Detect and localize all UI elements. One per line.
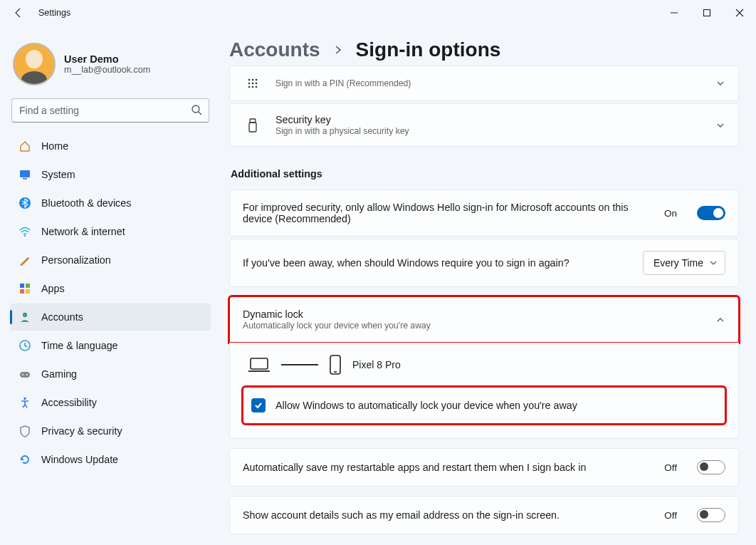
- svg-point-23: [256, 83, 258, 85]
- svg-point-16: [26, 374, 28, 375]
- profile-email: m__lab@outlook.com: [64, 65, 150, 75]
- nav-gaming[interactable]: Gaming: [10, 360, 211, 388]
- nav-apps[interactable]: Apps: [10, 275, 211, 302]
- dynamic-lock-checkbox[interactable]: [251, 398, 266, 412]
- away-require-row: If you've been away, when should Windows…: [229, 239, 739, 287]
- svg-point-25: [252, 86, 254, 88]
- panel-subtitle: Sign in with a physical security key: [275, 126, 703, 136]
- svg-point-15: [22, 374, 23, 375]
- svg-rect-4: [20, 170, 30, 177]
- nav-system[interactable]: System: [10, 161, 211, 188]
- panel-title: Security key: [275, 114, 703, 125]
- nav-update[interactable]: Windows Update: [10, 446, 211, 473]
- svg-point-12: [23, 313, 27, 317]
- svg-point-26: [256, 86, 258, 88]
- chevron-right-icon: [333, 45, 343, 55]
- accessibility-icon: [19, 396, 31, 409]
- nav-label: Gaming: [41, 368, 77, 380]
- home-icon: [19, 140, 31, 152]
- svg-rect-28: [249, 123, 256, 132]
- restart-apps-toggle[interactable]: [697, 460, 725, 474]
- svg-point-19: [252, 79, 254, 81]
- hello-only-toggle[interactable]: [697, 206, 725, 220]
- nav-privacy[interactable]: Privacy & security: [10, 417, 211, 445]
- laptop-icon: [247, 356, 271, 373]
- dynamic-lock-title: Dynamic lock: [243, 308, 703, 320]
- svg-point-24: [248, 86, 251, 88]
- close-button[interactable]: [723, 0, 756, 26]
- apps-icon: [19, 282, 31, 295]
- show-email-toggle[interactable]: [697, 508, 725, 522]
- nav-label: Personalization: [41, 254, 111, 266]
- nav-label: Privacy & security: [41, 425, 122, 437]
- panel-subtitle: Sign in with a PIN (Recommended): [275, 78, 703, 88]
- svg-rect-9: [26, 284, 30, 288]
- svg-rect-11: [26, 289, 30, 294]
- dynamic-lock-body: Pixel 8 Pro Allow Windows to automatical…: [229, 343, 739, 439]
- connection-line: [281, 364, 318, 365]
- away-require-select[interactable]: Every Time: [643, 251, 725, 275]
- restart-apps-row: Automatically save my restartable apps a…: [229, 448, 739, 487]
- nav-label: Accessibility: [41, 397, 97, 408]
- svg-rect-1: [704, 10, 710, 16]
- signin-pin-panel[interactable]: Sign in with a PIN (Recommended): [229, 66, 739, 101]
- chevron-down-icon: [709, 259, 718, 267]
- nav-accessibility[interactable]: Accessibility: [10, 389, 211, 416]
- nav-time[interactable]: Time & language: [10, 332, 211, 359]
- security-key-icon: [243, 118, 263, 133]
- nav-label: Home: [41, 140, 68, 152]
- svg-rect-5: [23, 178, 27, 180]
- nav-personalization[interactable]: Personalization: [10, 246, 211, 274]
- svg-rect-8: [20, 284, 24, 288]
- time-icon: [19, 339, 31, 352]
- nav-home[interactable]: Home: [10, 133, 211, 160]
- check-icon: [253, 400, 263, 410]
- toggle-state-label: On: [664, 208, 677, 219]
- profile-block[interactable]: User Demo m__lab@outlook.com: [10, 38, 211, 98]
- main-content: Accounts Sign-in options Sign in with a …: [221, 26, 756, 545]
- row-text: Automatically save my restartable apps a…: [243, 462, 651, 473]
- bluetooth-icon: [19, 197, 31, 209]
- breadcrumb-current: Sign-in options: [356, 38, 501, 61]
- dynamic-lock-subtitle: Automatically lock your device when you'…: [243, 321, 703, 331]
- hello-only-row: For improved security, only allow Window…: [229, 190, 739, 237]
- back-button[interactable]: [6, 0, 31, 26]
- nav-accounts[interactable]: Accounts: [10, 303, 211, 331]
- avatar: [13, 43, 56, 85]
- window-controls: [658, 0, 756, 26]
- network-icon: [19, 225, 31, 238]
- svg-point-7: [24, 235, 26, 237]
- nav-label: Time & language: [41, 340, 118, 351]
- nav-network[interactable]: Network & internet: [10, 218, 211, 245]
- additional-settings-heading: Additional settings: [231, 168, 739, 180]
- show-email-row: Show account details such as my email ad…: [229, 496, 739, 534]
- svg-rect-27: [250, 119, 256, 123]
- titlebar: Settings: [0, 0, 756, 26]
- maximize-button[interactable]: [691, 0, 723, 26]
- svg-point-17: [23, 398, 26, 400]
- breadcrumb: Accounts Sign-in options: [229, 38, 739, 61]
- row-text: If you've been away, when should Windows…: [243, 257, 630, 269]
- breadcrumb-parent[interactable]: Accounts: [229, 38, 320, 61]
- dynamic-lock-checkbox-row[interactable]: Allow Windows to automatically lock your…: [243, 387, 725, 424]
- personalization-icon: [19, 254, 31, 266]
- nav-label: Network & internet: [41, 226, 125, 237]
- svg-point-20: [256, 79, 258, 81]
- sidebar: User Demo m__lab@outlook.com Home System…: [0, 26, 221, 545]
- row-text: Show account details such as my email ad…: [243, 509, 651, 521]
- paired-device-name: Pixel 8 Pro: [352, 359, 401, 370]
- row-text: For improved security, only allow Window…: [243, 202, 651, 224]
- profile-name: User Demo: [64, 53, 150, 65]
- svg-line-3: [199, 112, 201, 115]
- svg-point-18: [248, 79, 251, 81]
- phone-icon: [328, 354, 342, 375]
- dynamic-lock-expander[interactable]: Dynamic lock Automatically lock your dev…: [229, 296, 739, 343]
- nav-label: Windows Update: [41, 454, 118, 465]
- search-input[interactable]: [11, 98, 209, 123]
- nav-bluetooth[interactable]: Bluetooth & devices: [10, 190, 211, 217]
- svg-rect-29: [251, 358, 268, 369]
- svg-rect-10: [20, 289, 24, 294]
- chevron-down-icon: [715, 78, 725, 88]
- minimize-button[interactable]: [658, 0, 691, 26]
- signin-securitykey-panel[interactable]: Security key Sign in with a physical sec…: [229, 103, 739, 147]
